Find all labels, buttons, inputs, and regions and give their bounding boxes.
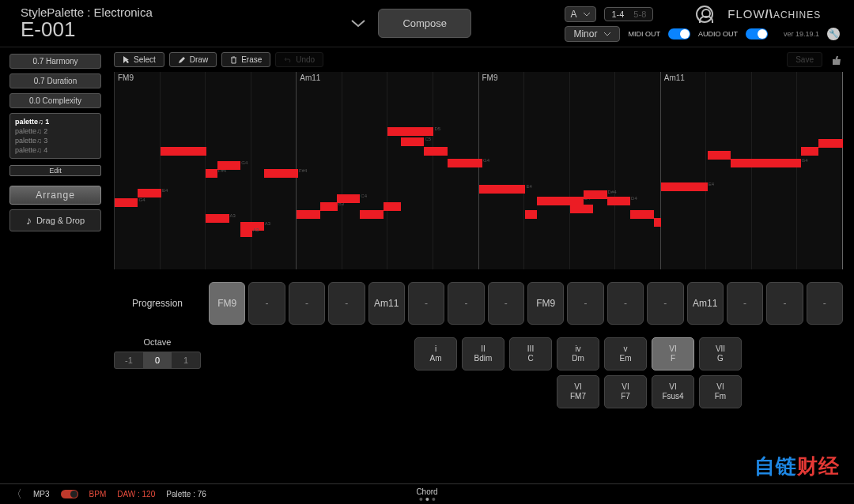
- midi-out-toggle[interactable]: [668, 28, 690, 39]
- key-select[interactable]: A: [565, 6, 596, 22]
- note[interactable]: E4: [661, 182, 684, 191]
- progression-cell[interactable]: -: [408, 282, 444, 325]
- octave-option[interactable]: 1: [172, 352, 200, 368]
- progression-label: Progression: [114, 298, 201, 309]
- note[interactable]: E4: [138, 189, 161, 197]
- chord-button[interactable]: VIFM7: [557, 375, 599, 408]
- chord-button[interactable]: IIBdim: [462, 337, 504, 370]
- save-button: Save: [787, 52, 822, 67]
- erase-tool[interactable]: Erase: [221, 52, 270, 67]
- note[interactable]: [630, 210, 653, 219]
- chord-button[interactable]: VIFm: [699, 375, 742, 408]
- octave-option[interactable]: 0: [143, 352, 172, 368]
- progression-cell[interactable]: -: [647, 282, 683, 325]
- progression-cell[interactable]: -: [488, 282, 524, 325]
- note[interactable]: [801, 147, 818, 156]
- chord-label: FM9: [118, 73, 134, 82]
- mp3-toggle[interactable]: [61, 490, 78, 498]
- complexity-param[interactable]: 0.0 Complexity: [9, 93, 101, 108]
- chord-button[interactable]: ivDm: [557, 337, 599, 370]
- draw-tool[interactable]: Draw: [169, 52, 217, 67]
- progression-cell[interactable]: -: [567, 282, 603, 325]
- note[interactable]: G4: [115, 198, 138, 207]
- edit-button[interactable]: Edit: [9, 165, 101, 176]
- page-dots[interactable]: [416, 498, 437, 501]
- note[interactable]: [424, 147, 447, 156]
- note[interactable]: D#4: [584, 190, 606, 199]
- note[interactable]: [384, 202, 401, 211]
- compose-button[interactable]: Compose: [378, 9, 471, 38]
- progression-cell[interactable]: -: [607, 282, 644, 325]
- note[interactable]: C5: [401, 137, 424, 146]
- palette-item[interactable]: palette♫ 2: [15, 126, 96, 136]
- note[interactable]: [654, 218, 661, 227]
- chord-button[interactable]: IIIC: [509, 337, 552, 370]
- note[interactable]: [525, 210, 537, 219]
- footer-back-icon[interactable]: 〈: [11, 487, 22, 502]
- note[interactable]: G4: [754, 159, 777, 167]
- note[interactable]: E4: [684, 182, 707, 191]
- user-avatar-icon[interactable]: [696, 6, 713, 23]
- note[interactable]: [570, 205, 593, 213]
- chord-button[interactable]: vEm: [604, 337, 647, 370]
- note[interactable]: C4: [337, 194, 360, 203]
- collapse-chevron-icon[interactable]: [351, 20, 365, 28]
- progression-cell[interactable]: FM9: [209, 282, 245, 325]
- settings-icon[interactable]: 🔧: [827, 28, 840, 40]
- progression-cell[interactable]: -: [289, 282, 325, 325]
- palette-item[interactable]: palette♫ 3: [15, 136, 96, 145]
- watermark: 自链财经: [754, 453, 840, 480]
- progression-cell[interactable]: -: [248, 282, 285, 325]
- progression-cell[interactable]: Am11: [687, 282, 724, 325]
- note[interactable]: B3: [320, 202, 338, 211]
- chord-button[interactable]: VIF7: [604, 375, 647, 408]
- note[interactable]: D4: [537, 197, 560, 205]
- progression-cell[interactable]: -: [807, 282, 843, 325]
- duration-param[interactable]: 0.7 Duration: [9, 73, 101, 88]
- progression-cell[interactable]: -: [448, 282, 484, 325]
- note[interactable]: F#4: [206, 169, 217, 178]
- note[interactable]: G4: [217, 161, 240, 170]
- note[interactable]: D4: [607, 197, 630, 205]
- select-tool[interactable]: Select: [114, 52, 164, 67]
- note[interactable]: [161, 147, 206, 156]
- note[interactable]: [818, 139, 843, 148]
- note[interactable]: A3: [206, 214, 229, 223]
- chord-button[interactable]: VIIG: [699, 337, 742, 370]
- audio-out-toggle[interactable]: [746, 28, 768, 39]
- note[interactable]: G4: [777, 159, 800, 167]
- undo-icon: [284, 57, 292, 63]
- note[interactable]: F#4: [264, 169, 298, 178]
- piano-roll[interactable]: FM9Am11FM9Am11 G4E4F#4A3G4A3A3F#4B3C4D5C…: [114, 72, 843, 269]
- progression-cell[interactable]: -: [766, 282, 803, 325]
- thumbs-up-icon[interactable]: [830, 54, 843, 66]
- daw-label: DAW : 120: [117, 490, 155, 498]
- note[interactable]: D5: [387, 127, 433, 136]
- palette-item[interactable]: palette♫ 1: [15, 117, 96, 126]
- palette-item[interactable]: palette♫ 4: [15, 145, 96, 155]
- progression-cell[interactable]: Am11: [368, 282, 405, 325]
- note[interactable]: [708, 151, 731, 160]
- scale-select[interactable]: Minor: [565, 26, 620, 42]
- drag-drop-button[interactable]: ♪Drag & Drop: [9, 209, 101, 231]
- note[interactable]: G4: [465, 159, 482, 167]
- note[interactable]: A3: [240, 228, 252, 237]
- progression-cell[interactable]: FM9: [527, 282, 564, 325]
- footer-mode-label: Chord: [416, 487, 437, 496]
- note[interactable]: G4: [731, 159, 754, 167]
- progression-cell[interactable]: -: [328, 282, 365, 325]
- note[interactable]: G4: [448, 159, 465, 167]
- chord-button[interactable]: VIFsus4: [652, 375, 694, 408]
- bar-range[interactable]: 1-45-8: [604, 7, 653, 21]
- chord-button[interactable]: iAm: [414, 337, 457, 370]
- octave-option[interactable]: -1: [115, 352, 143, 368]
- progression-cell[interactable]: -: [727, 282, 763, 325]
- chord-button[interactable]: VIF: [652, 337, 694, 370]
- note[interactable]: E4: [479, 185, 502, 194]
- note[interactable]: [360, 210, 383, 219]
- harmony-param[interactable]: 0.7 Harmony: [9, 54, 101, 69]
- octave-selector[interactable]: -101: [114, 352, 201, 369]
- note[interactable]: E4: [502, 185, 525, 194]
- arrange-button[interactable]: Arrange: [9, 186, 101, 205]
- note[interactable]: [297, 210, 319, 219]
